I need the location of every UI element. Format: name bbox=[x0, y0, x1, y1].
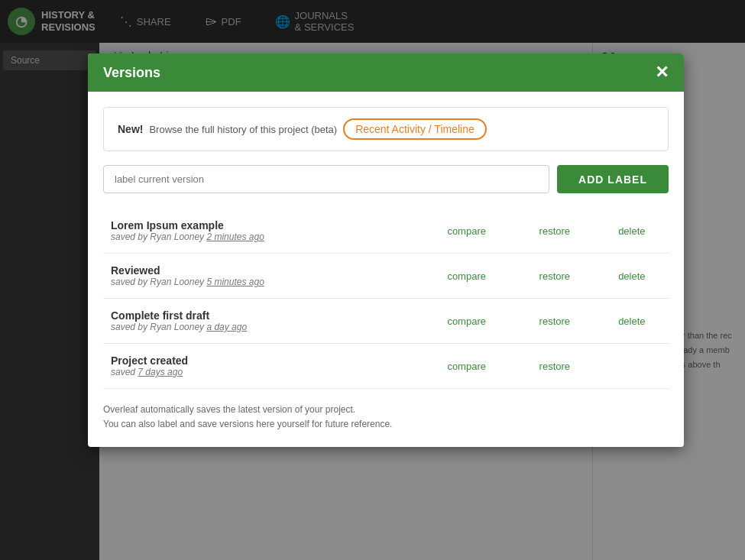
restore-cell: restore bbox=[514, 299, 595, 344]
restore-cell: restore bbox=[514, 209, 595, 254]
version-name: Lorem Ipsum example bbox=[111, 219, 411, 231]
restore-link[interactable]: restore bbox=[539, 270, 570, 282]
version-row: Project created saved 7 days ago compare… bbox=[103, 344, 669, 389]
label-input[interactable] bbox=[103, 165, 549, 193]
version-name: Project created bbox=[111, 354, 411, 367]
delete-link[interactable]: delete bbox=[618, 316, 645, 327]
delete-cell-empty bbox=[595, 344, 669, 389]
banner-text: Browse the full history of this project … bbox=[149, 124, 337, 135]
compare-cell: compare bbox=[419, 209, 514, 254]
version-row: Complete first draft saved by Ryan Loone… bbox=[103, 299, 669, 344]
version-info: Lorem Ipsum example saved by Ryan Looney… bbox=[103, 209, 419, 254]
modal-footer: Overleaf automatically saves the latest … bbox=[103, 403, 669, 432]
modal-header: Versions ✕ bbox=[88, 53, 684, 92]
restore-link[interactable]: restore bbox=[539, 316, 570, 327]
version-row: Lorem Ipsum example saved by Ryan Looney… bbox=[103, 209, 669, 254]
version-meta: saved by Ryan Looney 2 minutes ago bbox=[111, 231, 411, 242]
version-meta: saved 7 days ago bbox=[111, 367, 411, 377]
footer-line-1: Overleaf automatically saves the latest … bbox=[103, 403, 669, 417]
compare-cell: compare bbox=[419, 344, 514, 389]
restore-cell: restore bbox=[514, 254, 595, 299]
version-meta: saved by Ryan Looney 5 minutes ago bbox=[111, 277, 411, 287]
compare-cell: compare bbox=[419, 254, 514, 299]
versions-table: Lorem Ipsum example saved by Ryan Looney… bbox=[103, 209, 669, 389]
label-row: ADD LABEL bbox=[103, 165, 669, 193]
close-button[interactable]: ✕ bbox=[655, 64, 669, 81]
version-row: Reviewed saved by Ryan Looney 5 minutes … bbox=[103, 254, 669, 299]
version-meta: saved by Ryan Looney a day ago bbox=[111, 322, 411, 332]
footer-line-2: You can also label and save versions her… bbox=[103, 417, 669, 432]
delete-cell: delete bbox=[595, 209, 669, 254]
recent-activity-link[interactable]: Recent Activity / Timeline bbox=[343, 118, 487, 140]
restore-cell: restore bbox=[514, 344, 595, 389]
compare-cell: compare bbox=[419, 299, 514, 344]
delete-cell: delete bbox=[595, 299, 669, 344]
compare-link[interactable]: compare bbox=[447, 316, 486, 327]
delete-link[interactable]: delete bbox=[618, 270, 645, 282]
add-label-button[interactable]: ADD LABEL bbox=[557, 165, 669, 193]
compare-link[interactable]: compare bbox=[447, 361, 486, 372]
version-info: Complete first draft saved by Ryan Loone… bbox=[103, 299, 419, 344]
version-name: Complete first draft bbox=[111, 309, 411, 322]
delete-link[interactable]: delete bbox=[618, 225, 645, 237]
version-name: Reviewed bbox=[111, 264, 411, 277]
restore-link[interactable]: restore bbox=[539, 361, 570, 372]
version-info: Project created saved 7 days ago bbox=[103, 344, 419, 389]
versions-modal: Versions ✕ New! Browse the full history … bbox=[88, 53, 684, 447]
modal-title: Versions bbox=[103, 65, 160, 81]
delete-cell: delete bbox=[595, 254, 669, 299]
compare-link[interactable]: compare bbox=[447, 270, 486, 282]
modal-body: New! Browse the full history of this pro… bbox=[88, 92, 684, 447]
activity-banner: New! Browse the full history of this pro… bbox=[103, 107, 669, 151]
version-info: Reviewed saved by Ryan Looney 5 minutes … bbox=[103, 254, 419, 299]
new-badge: New! bbox=[118, 123, 143, 135]
restore-link[interactable]: restore bbox=[539, 225, 570, 237]
compare-link[interactable]: compare bbox=[447, 225, 486, 237]
